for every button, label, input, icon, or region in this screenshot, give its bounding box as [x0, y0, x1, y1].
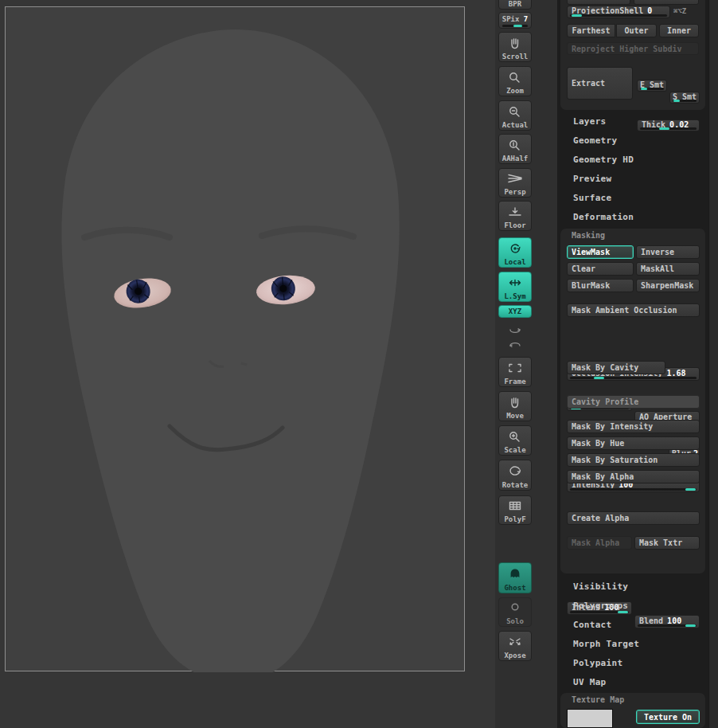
- section-label: Deformation: [573, 212, 634, 222]
- zoom-button[interactable]: Zoom: [498, 66, 532, 96]
- section-uv-map[interactable]: UV Map: [560, 674, 705, 690]
- create-alpha-button[interactable]: Create Alpha: [567, 511, 700, 525]
- inverse-label: Inverse: [641, 248, 674, 256]
- ssmt-slider[interactable]: S Smt: [669, 92, 700, 104]
- magnifier-icon: [499, 67, 531, 87]
- section-contact[interactable]: Contact: [560, 616, 705, 632]
- lsym-button[interactable]: L.Sym: [498, 272, 532, 302]
- texture-thumbnail[interactable]: [567, 709, 613, 728]
- polyf-button[interactable]: PolyF: [498, 495, 532, 525]
- aahalf-button[interactable]: AAHalf: [498, 134, 532, 164]
- scale-label: Scale: [504, 446, 525, 454]
- frame-button[interactable]: Frame: [498, 357, 532, 387]
- slider-thumb[interactable]: [685, 488, 696, 491]
- ghost-label: Ghost: [504, 584, 525, 592]
- occlusion-intensity-value: 1.68: [666, 369, 685, 378]
- mask-by-intensity-button[interactable]: Mask By Intensity: [567, 420, 700, 433]
- viewmask-label: ViewMask: [572, 248, 610, 256]
- section-deformation[interactable]: Deformation: [560, 209, 705, 225]
- palette-scrollbar[interactable]: [708, 0, 718, 728]
- section-polypaint[interactable]: Polypaint: [560, 655, 705, 671]
- canvas-document[interactable]: [5, 6, 465, 671]
- clipped-button[interactable]: [567, 0, 630, 5]
- rotate-button[interactable]: Rotate: [498, 460, 532, 491]
- inner-button[interactable]: Inner: [659, 24, 699, 37]
- outer-button[interactable]: Outer: [616, 24, 657, 37]
- texture-map-title[interactable]: Texture Map: [572, 695, 624, 704]
- section-morph-target[interactable]: Morph Target: [560, 636, 705, 652]
- xpose-button[interactable]: Xpose: [498, 631, 532, 661]
- mask-txtr-button[interactable]: Mask Txtr: [634, 536, 700, 550]
- slider-track: [570, 488, 697, 491]
- projectionshell-slider[interactable]: ProjectionShell 0: [567, 6, 670, 18]
- floor-button[interactable]: Floor: [498, 201, 532, 231]
- rotate-label: Rotate: [502, 481, 529, 489]
- mask-by-alpha-button[interactable]: Mask By Alpha: [567, 470, 700, 483]
- cavity-profile-label: Cavity Profile: [572, 397, 638, 406]
- mask-alpha-button[interactable]: Mask Alpha: [567, 536, 632, 550]
- cavity-profile-curve[interactable]: Cavity Profile: [567, 395, 700, 409]
- clipped-button[interactable]: [634, 0, 699, 5]
- viewport-background: [0, 0, 495, 728]
- move-button[interactable]: Move: [498, 391, 532, 421]
- clear-button[interactable]: Clear: [567, 262, 634, 276]
- extract-label: Extract: [572, 79, 605, 88]
- extract-button[interactable]: Extract: [567, 67, 633, 100]
- blurmask-button[interactable]: BlurMask: [567, 279, 634, 292]
- section-geometry[interactable]: Geometry: [560, 132, 705, 148]
- local-label: Local: [504, 258, 525, 266]
- section-surface[interactable]: Surface: [560, 190, 705, 205]
- xyz-button[interactable]: XYZ: [498, 305, 532, 318]
- inverse-button[interactable]: Inverse: [636, 245, 700, 259]
- persp-button[interactable]: Persp: [498, 168, 532, 198]
- scroll-button[interactable]: Scroll: [498, 32, 532, 62]
- scale-button[interactable]: Scale: [498, 425, 532, 456]
- actual-button[interactable]: Actual: [498, 100, 532, 131]
- orbit-icon[interactable]: [504, 321, 526, 337]
- mask-by-hue-button[interactable]: Mask By Hue: [567, 436, 700, 450]
- section-label: Polypaint: [573, 658, 622, 668]
- section-label: Preview: [573, 174, 611, 184]
- farthest-button[interactable]: Farthest: [567, 24, 615, 37]
- section-geometry-hd[interactable]: Geometry HD: [560, 151, 705, 167]
- mask-by-cavity-button[interactable]: Mask By Cavity: [567, 361, 665, 374]
- slider-thumb[interactable]: [513, 25, 522, 27]
- section-preview[interactable]: Preview: [560, 170, 705, 186]
- section-layers[interactable]: Layers: [560, 113, 705, 129]
- masking-title[interactable]: Masking: [572, 231, 605, 240]
- maskall-button[interactable]: MaskAll: [636, 262, 700, 276]
- section-visibility[interactable]: Visibility: [560, 578, 705, 594]
- actual-label: Actual: [502, 121, 529, 129]
- clear-label: Clear: [572, 264, 595, 273]
- mask-by-hue-label: Mask By Hue: [572, 439, 624, 448]
- reproject-button[interactable]: Reproject Higher Subdiv: [567, 42, 699, 55]
- section-label: UV Map: [573, 677, 607, 687]
- mask-by-alpha-label: Mask By Alpha: [572, 472, 634, 481]
- sharpenmask-button[interactable]: SharpenMask: [636, 279, 700, 292]
- texture-on-button[interactable]: Texture On: [636, 710, 700, 724]
- orbit-alt-icon[interactable]: [504, 339, 526, 354]
- bpr-button[interactable]: BPR: [498, 0, 532, 10]
- slider-thumb[interactable]: [594, 377, 604, 379]
- mask-by-saturation-button[interactable]: Mask By Saturation: [567, 453, 700, 467]
- slider-thumb[interactable]: [673, 100, 680, 102]
- slider-thumb[interactable]: [641, 88, 647, 90]
- local-button[interactable]: Local: [498, 237, 532, 268]
- mask-by-saturation-label: Mask By Saturation: [572, 456, 658, 464]
- hand-icon: [499, 33, 531, 53]
- solo-button[interactable]: Solo: [498, 597, 532, 627]
- mask-ambient-occlusion-button[interactable]: Mask Ambient Occlusion: [567, 303, 700, 317]
- section-polygroups[interactable]: Polygroups: [560, 597, 705, 613]
- esmt-slider[interactable]: E Smt: [637, 80, 667, 92]
- reproject-label: Reproject Higher Subdiv: [572, 45, 681, 53]
- section-label: Layers: [573, 116, 607, 127]
- viewmask-button[interactable]: ViewMask: [567, 245, 634, 259]
- zbrush-window: BPR SPix 7 Scroll Zoom Actual AAHalf Per…: [0, 0, 718, 728]
- lsym-label: L.Sym: [504, 292, 525, 300]
- slider-track: [570, 14, 667, 17]
- sculpt-head-model[interactable]: [6, 7, 466, 672]
- ghost-button[interactable]: Ghost: [498, 562, 532, 593]
- spix-slider[interactable]: SPix 7: [498, 12, 532, 29]
- magnifier-icon: [499, 426, 531, 446]
- slider-thumb[interactable]: [572, 14, 582, 17]
